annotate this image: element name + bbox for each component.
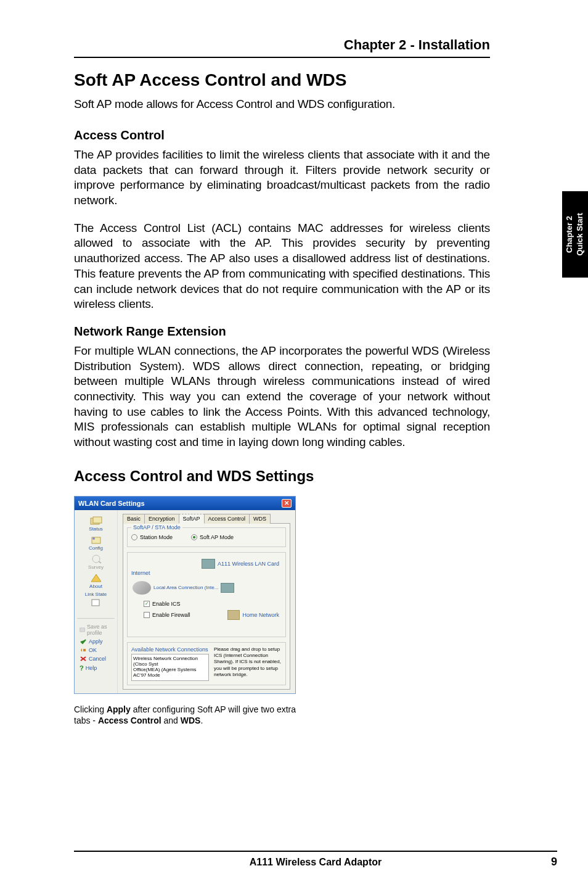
home-network-label: Home Network (242, 612, 279, 618)
sidebar-item-linkstate[interactable]: Link State (77, 592, 115, 608)
sidebar: Status Config Survey About (75, 510, 118, 693)
network-range-p1: For multiple WLAN connections, the AP in… (74, 344, 490, 450)
svg-rect-8 (80, 628, 85, 632)
sidebar-label: About (89, 584, 102, 589)
window-title: WLAN Card Settings (78, 500, 145, 507)
sidebar-apply[interactable]: Apply (77, 638, 115, 645)
side-tab-line2: Quick Start (575, 213, 584, 255)
page-title: Soft AP Access Control and WDS (74, 70, 490, 90)
svg-point-3 (92, 537, 95, 540)
sidebar-label: Cancel (89, 656, 106, 662)
close-button[interactable]: ✕ (282, 499, 292, 508)
sidebar-label: Link State (85, 592, 107, 597)
available-connections: Available Network Connections Wireless N… (127, 642, 286, 685)
side-tab: Chapter 2 Quick Start (562, 191, 588, 278)
sidebar-help[interactable]: ? Help (77, 664, 115, 672)
side-tab-line1: Chapter 2 (565, 216, 574, 253)
home-network-icon (227, 610, 240, 620)
tab-wds[interactable]: WDS (249, 514, 271, 524)
status-icon (89, 515, 103, 526)
checkbox-enable-ics[interactable]: ✓ Enable ICS (144, 601, 282, 607)
access-control-p1: The AP provides facilities to limit the … (74, 147, 490, 208)
tab-bar: Basic Encryption SoftAP Access Control W… (123, 514, 290, 524)
tab-basic[interactable]: Basic (123, 514, 145, 524)
window-titlebar: WLAN Card Settings ✕ (75, 497, 295, 510)
radio-softap-mode[interactable]: Soft AP Mode (191, 534, 234, 540)
help-icon: ? (80, 664, 84, 672)
sidebar-ok[interactable]: OK (77, 647, 115, 653)
sidebar-label: Save as profile (87, 624, 115, 636)
sidebar-label: Status (89, 526, 103, 532)
local-conn-label: Local Area Connection (Inte... (153, 585, 218, 590)
sidebar-label: Help (86, 665, 97, 671)
sidebar-label: Survey (88, 564, 104, 570)
globe-icon (133, 581, 151, 595)
internet-label: Internet (131, 570, 150, 576)
sidebar-label: Apply (89, 638, 103, 645)
close-icon: ✕ (284, 500, 289, 506)
svg-marker-6 (91, 574, 101, 582)
adapter-icon (221, 583, 234, 593)
tab-access-control[interactable]: Access Control (204, 514, 250, 524)
radio-label: Station Mode (140, 534, 173, 540)
checkbox-icon: ✓ (144, 601, 150, 607)
sidebar-item-survey: Survey (77, 553, 115, 570)
list-item[interactable]: Office(MEA) (Agere Systems AC'97 Mode (133, 667, 207, 678)
available-description: Please drag and drop to setup ICS (Inter… (214, 646, 282, 681)
survey-icon (89, 553, 103, 564)
screenshot-caption: Clicking Apply after configuring Soft AP… (74, 704, 296, 726)
sidebar-item-about[interactable]: About (77, 572, 115, 589)
sidebar-label: Config (89, 545, 103, 551)
footer-title: A111 Wireless Card Adaptor (92, 857, 539, 868)
radio-label: Soft AP Mode (200, 534, 234, 540)
wlan-card-label: A111 Wireless LAN Card (218, 561, 279, 567)
config-icon (89, 534, 103, 545)
footer-page-number: 9 (539, 856, 557, 868)
section-heading-access-control: Access Control (74, 128, 490, 142)
diagram-fieldset: A111 Wireless LAN Card Internet Local Ar… (127, 552, 286, 637)
main-panel: Basic Encryption SoftAP Access Control W… (118, 510, 295, 693)
checkbox-label: Enable Firewall (152, 612, 190, 618)
radio-icon (191, 534, 197, 540)
sidebar-cancel[interactable]: Cancel (77, 656, 115, 662)
svg-rect-7 (92, 600, 99, 606)
svg-line-5 (99, 561, 101, 563)
radio-icon (131, 534, 137, 540)
chapter-header: Chapter 2 - Installation (74, 37, 490, 58)
sidebar-save-profile: Save as profile (77, 624, 115, 636)
tab-softap[interactable]: SoftAP (179, 514, 205, 524)
checkbox-icon (144, 612, 150, 618)
linkstate-icon (89, 597, 103, 608)
mode-fieldset: SoftAP / STA Mode Station Mode Soft AP M… (127, 527, 286, 547)
intro-paragraph: Soft AP mode allows for Access Control a… (74, 97, 490, 111)
mode-legend: SoftAP / STA Mode (131, 524, 182, 530)
sidebar-item-status[interactable]: Status (77, 515, 115, 532)
settings-heading: Access Control and WDS Settings (74, 468, 490, 485)
radio-station-mode[interactable]: Station Mode (131, 534, 173, 540)
available-label: Available Network Connections (131, 646, 209, 653)
section-heading-network-range: Network Range Extension (74, 324, 490, 339)
about-icon (89, 572, 103, 584)
wlan-settings-window: WLAN Card Settings ✕ Status Config (74, 496, 296, 694)
sidebar-item-config[interactable]: Config (77, 534, 115, 551)
sidebar-label: OK (89, 647, 97, 653)
svg-rect-1 (93, 517, 102, 523)
access-control-p2: The Access Control List (ACL) contains M… (74, 221, 490, 312)
available-list[interactable]: Wireless Network Connection (Cisco Syst … (131, 654, 209, 681)
tab-encryption[interactable]: Encryption (144, 514, 179, 524)
checkbox-label: Enable ICS (152, 601, 181, 607)
page-footer: A111 Wireless Card Adaptor 9 (74, 851, 557, 868)
list-item[interactable]: Wireless Network Connection (Cisco Syst (133, 656, 207, 667)
wlan-card-icon (202, 559, 215, 569)
checkbox-enable-firewall[interactable]: Enable Firewall (144, 612, 190, 618)
